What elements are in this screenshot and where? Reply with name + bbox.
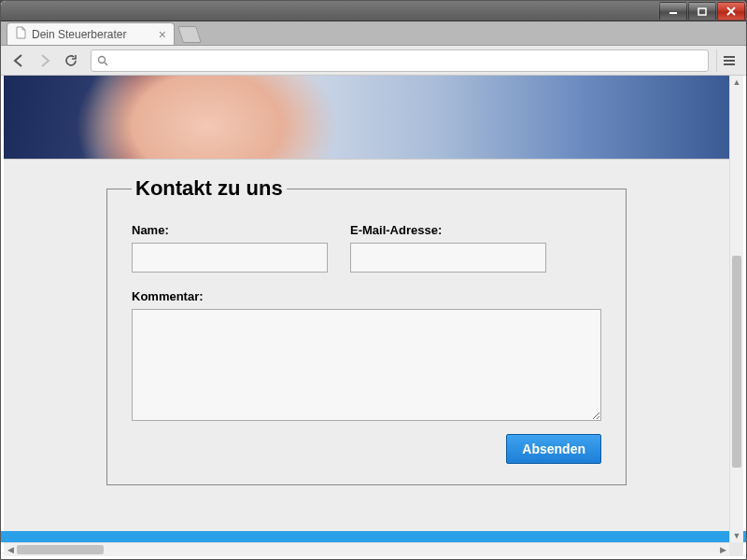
reload-button[interactable] [59,49,83,72]
header-banner-image [4,76,729,160]
window-titlebar [1,1,746,21]
new-tab-button[interactable] [177,26,202,43]
svg-point-4 [99,56,106,63]
scroll-up-arrow-icon[interactable]: ▲ [730,76,743,89]
horizontal-scroll-thumb[interactable] [17,545,104,554]
comment-label: Kommentar: [132,289,601,303]
svg-rect-1 [698,8,706,15]
window-minimize-button[interactable] [659,2,687,21]
tab-close-icon[interactable]: × [159,28,166,41]
search-icon [97,55,108,66]
scroll-down-arrow-icon[interactable]: ▼ [730,529,743,542]
name-label: Name: [132,223,328,237]
scroll-right-arrow-icon[interactable]: ▶ [716,543,729,556]
footer-stripe [1,531,746,542]
page-viewport: Kontakt zu uns Name: E-Mail-Adresse: Kom… [4,76,729,542]
tab-title: Dein Steuerberater [32,28,126,41]
scroll-left-arrow-icon[interactable]: ◀ [4,543,17,556]
form-legend: Kontakt zu uns [132,176,287,201]
comment-textarea[interactable] [132,309,601,421]
back-button[interactable] [7,49,31,72]
browser-window: Dein Steuerberater × Kontakt zu uns [0,0,747,560]
submit-button[interactable]: Absenden [506,434,601,464]
window-close-button[interactable] [717,2,745,21]
contact-form-container: Kontakt zu uns Name: E-Mail-Adresse: Kom… [106,176,627,504]
tab-strip: Dein Steuerberater × [1,21,746,46]
scroll-corner [729,542,743,556]
forward-button[interactable] [33,49,57,72]
address-bar[interactable] [91,49,709,72]
vertical-scrollbar[interactable]: ▲ ▼ [729,76,743,542]
name-input[interactable] [132,243,328,273]
email-label: E-Mail-Adresse: [350,223,546,237]
horizontal-scrollbar[interactable]: ◀ ▶ [4,542,729,556]
email-input[interactable] [350,243,546,273]
svg-line-5 [105,63,107,65]
browser-tab[interactable]: Dein Steuerberater × [7,22,175,45]
page-icon [15,26,26,42]
browser-menu-button[interactable] [716,49,740,72]
window-maximize-button[interactable] [688,2,716,21]
contact-fieldset: Kontakt zu uns Name: E-Mail-Adresse: Kom… [106,176,627,485]
vertical-scroll-thumb[interactable] [732,256,741,468]
browser-toolbar [1,46,746,76]
